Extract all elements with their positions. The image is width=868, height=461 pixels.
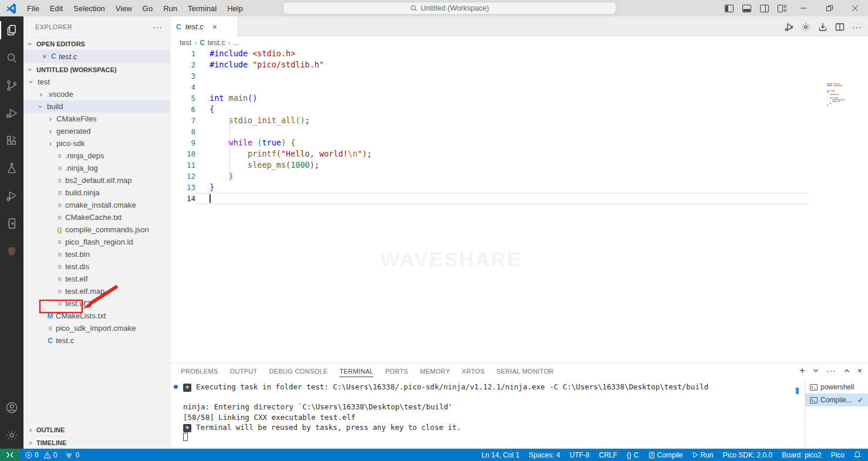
tree-item[interactable]: › ≡ {} M C bs2_default.elf.map (23, 174, 170, 187)
panel-tab[interactable]: PROBLEMS (181, 365, 218, 377)
extensions-icon[interactable] (0, 127, 23, 154)
maximize-panel-icon[interactable] (844, 368, 850, 373)
terminal-tab-item[interactable]: powershell (805, 381, 868, 394)
panel-tab[interactable]: MEMORY (420, 365, 450, 377)
close-editor-icon[interactable]: × (42, 52, 47, 61)
notifications-bell-icon[interactable] (854, 451, 861, 459)
panel-more-actions-icon[interactable]: ··· (826, 366, 836, 375)
problems-status[interactable]: 0 0 (25, 451, 57, 459)
tree-item[interactable]: › ≡ {} M C .ninja_log (23, 162, 170, 174)
search-icon[interactable] (0, 44, 23, 72)
tree-item[interactable]: › ≡ {} M C .ninja_deps (23, 150, 170, 162)
code-line[interactable]: 5int main() (170, 93, 868, 104)
code-line[interactable]: 13} (170, 182, 868, 193)
board-selector[interactable]: Board: pico2 (782, 451, 821, 459)
tree-item[interactable]: › ≡ {} M C CMakeLists.txt (23, 310, 170, 322)
tree-item[interactable]: › ≡ {} M C test.dis (23, 260, 170, 273)
code-line[interactable]: 10 printf("Hello, world!\n"); (170, 148, 868, 160)
tree-item[interactable]: › ≡ {} M C CMakeFiles (23, 113, 170, 125)
tree-item[interactable]: › ≡ {} M C pico-sdk (23, 137, 170, 150)
code-line[interactable]: 14 (170, 193, 868, 204)
editor-more-actions-icon[interactable]: ··· (852, 22, 862, 32)
language-mode[interactable]: {} C (627, 451, 639, 459)
toggle-secondary-sidebar-icon[interactable] (755, 0, 773, 16)
eol-sequence[interactable]: CRLF (599, 451, 617, 459)
workspace-section[interactable]: › UNTITLED (WORKSPACE) (23, 63, 170, 76)
run-debug-file-icon[interactable]: ∨ (784, 22, 793, 32)
terminal-tab-item[interactable]: Compile... ✓ (805, 394, 868, 406)
flash-device-icon[interactable] (818, 22, 828, 32)
cmake-tools-icon[interactable] (0, 182, 23, 209)
tree-item[interactable]: › ≡ {} M C compile_commands.json (23, 223, 170, 236)
customize-layout-icon[interactable] (773, 0, 791, 16)
configure-gear-icon[interactable] (801, 22, 810, 32)
tree-item[interactable]: › ≡ {} M C test.c (23, 334, 170, 347)
restore-button[interactable] (816, 0, 842, 16)
panel-tab[interactable]: DEBUG CONSOLE (269, 365, 328, 377)
panel-tab[interactable]: TERMINAL (339, 365, 373, 377)
tree-item[interactable]: › ≡ {} M C CMakeCache.txt (23, 211, 170, 223)
code-line[interactable]: 6{ (170, 104, 868, 115)
menu-item[interactable]: Edit (45, 0, 68, 16)
menu-item[interactable]: Go (137, 0, 158, 16)
menu-item[interactable]: Selection (68, 0, 110, 16)
memory-board-icon[interactable] (0, 209, 23, 237)
close-window-button[interactable] (842, 0, 868, 16)
code-editor[interactable]: 1#include <stdio.h>2#include "pico/stdli… (170, 48, 868, 362)
panel-tab[interactable]: SERIAL MONITOR (497, 365, 554, 377)
tab-close-icon[interactable]: × (212, 22, 217, 32)
menu-item[interactable]: Terminal (183, 0, 222, 16)
run-debug-icon[interactable] (0, 99, 23, 127)
test-flask-icon[interactable] (0, 154, 23, 182)
breadcrumb-folder[interactable]: test (180, 39, 191, 47)
menu-item[interactable]: Help (222, 0, 248, 16)
tree-item[interactable]: › ≡ {} M C cmake_install.cmake (23, 199, 170, 211)
code-line[interactable]: 12 } (170, 171, 868, 182)
tree-item[interactable]: › ≡ {} M C test.elf.map (23, 285, 170, 297)
tree-item[interactable]: › ≡ {} M C test.bin (23, 248, 170, 260)
open-editors-section[interactable]: › OPEN EDITORS (23, 37, 170, 50)
menu-item[interactable]: File (22, 0, 45, 16)
menu-item[interactable]: View (110, 0, 137, 16)
close-panel-icon[interactable]: × (857, 366, 862, 375)
code-line[interactable]: 4 (170, 82, 868, 93)
explorer-icon[interactable] (0, 16, 23, 44)
breadcrumb-file[interactable]: test.c (208, 39, 225, 47)
tree-item[interactable]: › ≡ {} M C pico_sdk_import.cmake (23, 322, 170, 334)
timeline-section[interactable]: › TIMELINE (23, 436, 170, 449)
code-line[interactable]: 3 (170, 70, 868, 82)
tab-test-c[interactable]: C test.c × (170, 16, 237, 37)
code-line[interactable]: 1#include <stdio.h> (170, 48, 868, 59)
command-center-search[interactable]: Untitled (Workspace) (283, 2, 616, 15)
remote-indicator[interactable] (0, 449, 19, 461)
tree-item[interactable]: › ≡ {} M C build.ninja (23, 187, 170, 199)
raspberry-pi-icon[interactable] (0, 237, 23, 265)
panel-tab[interactable]: XRTOS (462, 365, 485, 377)
terminal-dropdown-chevron-icon[interactable] (813, 368, 819, 373)
cursor-position[interactable]: Ln 14, Col 1 (481, 451, 519, 459)
tree-item[interactable]: › ≡ {} M C test.elf (23, 273, 170, 285)
ports-status[interactable]: 0 (65, 451, 79, 459)
split-editor-icon[interactable] (835, 22, 845, 32)
tree-item[interactable]: › ≡ {} M C build (23, 100, 170, 113)
code-line[interactable]: 11 sleep_ms(1000); (170, 160, 868, 171)
source-control-icon[interactable] (0, 72, 23, 99)
breadcrumb-symbol[interactable]: ... (234, 39, 239, 47)
run-button[interactable]: Run (693, 451, 714, 459)
new-terminal-icon[interactable]: + (799, 365, 805, 377)
toggle-panel-icon[interactable] (738, 0, 755, 16)
code-line[interactable]: 7 stdio_init_all(); (170, 115, 868, 126)
tree-item[interactable]: › ≡ {} M C .vscode (23, 88, 170, 100)
minimize-button[interactable] (791, 0, 816, 16)
pico-status[interactable]: Pico (831, 451, 845, 459)
indentation[interactable]: Spaces: 4 (529, 451, 560, 459)
panel-tab[interactable]: OUTPUT (230, 365, 258, 377)
compile-button[interactable]: Compile (649, 451, 683, 459)
code-line[interactable]: 8 (170, 126, 868, 137)
pico-sdk-version[interactable]: Pico SDK: 2.0.0 (723, 451, 773, 459)
explorer-more-actions-icon[interactable]: ··· (153, 22, 163, 32)
tree-item[interactable]: › ≡ {} M C pico_flash_region.ld (23, 236, 170, 248)
open-editor-item[interactable]: × C test.c (23, 50, 170, 63)
menu-item[interactable]: Run (158, 0, 183, 16)
account-icon[interactable] (0, 394, 23, 421)
